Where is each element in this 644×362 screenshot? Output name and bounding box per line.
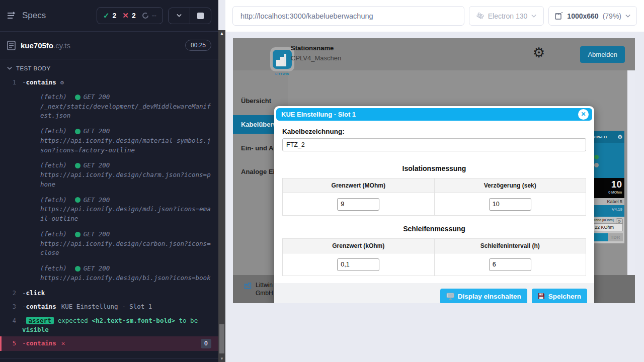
modal-title: KUE Einstellung - Slot 1 — [281, 111, 356, 118]
cross-icon: ✕ — [122, 11, 129, 20]
fetch-log[interactable]: (fetch)GET 200 https://api.iconify.desig… — [0, 261, 218, 286]
cable-name-label: Kabelbezeichnung: — [282, 128, 586, 135]
station-label: Stationsname — [291, 44, 341, 52]
scrollbar-thumb[interactable] — [219, 324, 224, 353]
settings-gear-icon[interactable]: ⚙ — [533, 46, 545, 60]
version-label: V4.19 — [591, 205, 624, 217]
logout-button[interactable]: Abmelden — [580, 46, 625, 63]
check-icon: ✓ — [103, 11, 110, 20]
spec-duration-badge: 00:25 — [185, 40, 211, 51]
aut-panel: http://localhost:3000/kabelueberwachung … — [225, 0, 644, 362]
refresh-icon[interactable]: ⟳ — [616, 218, 623, 224]
electron-icon — [476, 12, 484, 20]
application-under-test: LITTWIN Stationsname CPLV4_Maschen ⚙ Abm… — [233, 38, 635, 303]
status-dot — [75, 95, 80, 100]
reporter-header: Specs ✓2 ✕2 -- — [0, 0, 218, 31]
station-name: CPLV4_Maschen — [291, 54, 341, 62]
divider — [0, 358, 218, 358]
test-body-label: TEST BODY — [16, 65, 51, 71]
status-dot — [75, 163, 80, 168]
status-dot — [75, 129, 80, 134]
modal-footer: Display einschalten Speichern — [274, 283, 594, 303]
save-button[interactable]: Speichern — [532, 289, 587, 304]
url-bar[interactable]: http://localhost:3000/kabelueberwachung — [232, 6, 464, 26]
viewport-selector[interactable]: 1000x660 (79%) — [548, 6, 637, 26]
monitor-icon — [446, 293, 454, 300]
stop-icon — [197, 13, 204, 19]
isolation-table: Grenzwert (MOhm) Verzögerung (sek) — [282, 178, 586, 216]
stat-pending: -- — [142, 12, 156, 20]
slot-card-title: 705-FO — [593, 135, 607, 139]
spec-file-icon — [7, 41, 16, 50]
fetch-log[interactable]: (fetch)GET 200 https://api.iconify.desig… — [0, 158, 218, 192]
tdr-button[interactable]: TDR — [608, 233, 623, 241]
fetch-log[interactable]: (fetch)GET 200 https://api.iconify.desig… — [0, 227, 218, 261]
browser-selector[interactable]: Electron 130 — [469, 6, 544, 26]
chevron-down-icon — [531, 14, 536, 19]
match-count-badge: 0 — [201, 339, 211, 348]
loop-section-title: Schleifenmessung — [282, 225, 586, 233]
viewport-size: 1000x660 — [567, 12, 598, 20]
iso-grenzwert-input[interactable] — [337, 198, 379, 211]
kue-settings-modal: KUE Einstellung - Slot 1 ✕ Kabelbezeichn… — [274, 106, 594, 303]
card-button-fragment[interactable] — [593, 233, 608, 241]
stat-failed: ✕2 — [122, 11, 135, 20]
aut-toolbar: http://localhost:3000/kabelueberwachung … — [225, 0, 644, 32]
command-contains-1[interactable]: 1 -contains⚙ — [0, 75, 218, 89]
chevron-down-icon — [7, 66, 12, 71]
resistance-value: 22 KOhm — [593, 223, 623, 231]
column-header: Verzögerung (sek) — [434, 178, 586, 193]
spec-name: kue705fo.cy.ts — [21, 41, 180, 50]
loop-table: Grenzwert (kOhm) Schleifenintervall (h) — [282, 238, 586, 276]
scroll-up-arrow[interactable]: ▲ — [218, 31, 225, 36]
assert-badge: assert — [26, 317, 54, 324]
chevron-down-icon — [625, 14, 630, 19]
test-body-toggle[interactable]: TEST BODY — [0, 59, 218, 75]
command-log: 1 -contains⚙ (fetch)GET 200 /_next/stati… — [0, 75, 218, 358]
command-contains-failed[interactable]: 5 -contains✕ 0 — [0, 336, 218, 351]
chevron-down-icon — [177, 13, 182, 18]
slot-card-fragment: 705-FO⚙ 100 MOhm Kabel 5 V4.19 ⟳ stand [… — [591, 131, 624, 243]
command-click[interactable]: 2 -click — [0, 286, 218, 300]
save-floppy-icon — [538, 293, 545, 300]
scroll-down-arrow[interactable]: ▼ — [218, 356, 225, 361]
cypress-reporter: Specs ✓2 ✕2 -- kue705fo.cy.ts 00:25 — [0, 0, 218, 362]
station-info: Stationsname CPLV4_Maschen — [291, 44, 341, 62]
loop-grenzwert-input[interactable] — [337, 258, 379, 271]
stop-tests-button[interactable] — [190, 8, 211, 24]
status-dot — [75, 197, 80, 203]
display-on-button[interactable]: Display einschalten — [440, 289, 527, 304]
command-assert[interactable]: 4 -assertexpected <h2.text-sm.font-bold>… — [0, 314, 218, 336]
fetch-log[interactable]: (fetch)GET 200 https://api.iconify.desig… — [0, 124, 218, 158]
modal-header: KUE Einstellung - Slot 1 ✕ — [276, 108, 592, 121]
refresh-icon — [142, 12, 149, 19]
iso-verzoegerung-input[interactable] — [489, 198, 531, 211]
browser-label: Electron 130 — [488, 12, 528, 20]
viewport-zoom: (79%) — [603, 12, 621, 20]
ruler-icon — [555, 12, 563, 20]
fetch-log[interactable]: (fetch)GET 200 /_next/static/development… — [0, 89, 218, 124]
cable-name-input[interactable] — [282, 138, 586, 151]
reporter-scrollbar[interactable]: ▲ ▼ — [218, 30, 225, 362]
app-scrollbar[interactable] — [627, 70, 635, 275]
loop-intervall-input[interactable] — [489, 258, 531, 271]
status-dot — [75, 266, 80, 272]
command-contains-3[interactable]: 3 -containsKUE Einstellung - Slot 1 — [0, 300, 218, 314]
fail-icon: ✕ — [61, 339, 65, 347]
column-header: Grenzwert (kOhm) — [283, 239, 435, 253]
fetch-log[interactable]: (fetch)GET 200 https://api.iconify.desig… — [0, 193, 218, 227]
littwin-logo-icon — [273, 50, 292, 69]
specs-menu-icon[interactable] — [7, 12, 17, 20]
close-icon[interactable]: ✕ — [578, 109, 589, 120]
column-header: Schleifenintervall (h) — [434, 239, 586, 253]
collapse-tests-button[interactable] — [169, 8, 190, 24]
gear-icon[interactable]: ⚙ — [617, 134, 622, 140]
spec-row[interactable]: kue705fo.cy.ts 00:25 — [0, 32, 218, 59]
kabel-chip: Kabel 5 — [591, 198, 624, 205]
test-stats: ✓2 ✕2 -- — [97, 7, 163, 24]
isolation-section-title: Isolationsmessung — [282, 164, 586, 172]
gear-icon: ⚙ — [60, 79, 64, 86]
status-dot-green — [594, 155, 599, 159]
column-header: Grenzwert (MOhm) — [283, 178, 435, 193]
stat-passed: ✓2 — [103, 11, 116, 20]
